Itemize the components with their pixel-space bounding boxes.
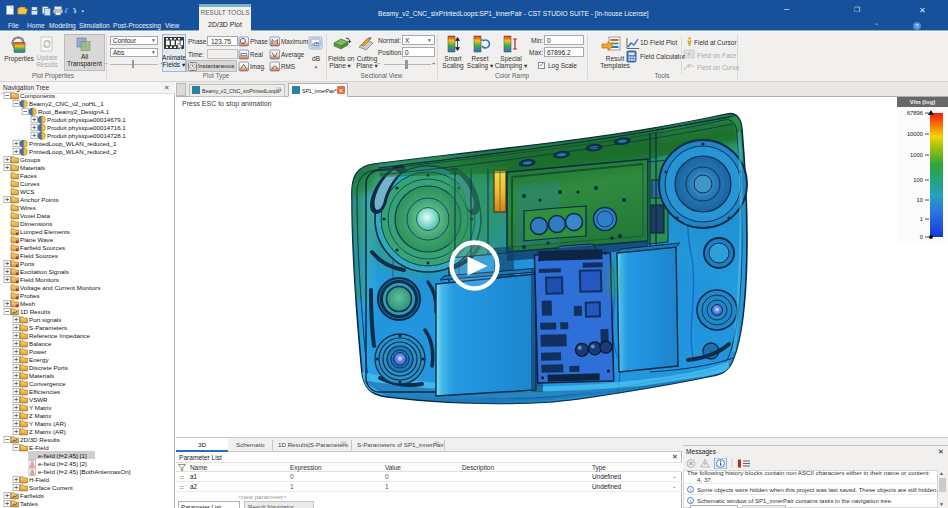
svg-text:dB: dB — [312, 41, 319, 47]
